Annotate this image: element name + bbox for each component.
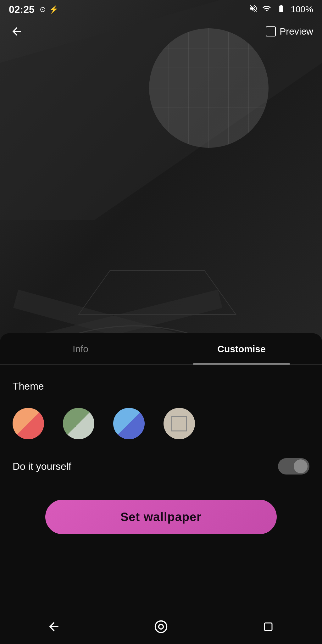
- preview-label: Preview: [280, 26, 313, 37]
- at-icon: ⊙: [40, 5, 46, 14]
- svg-point-17: [159, 625, 164, 629]
- diy-row: Do it yourself: [13, 458, 309, 475]
- mute-icon: [249, 4, 258, 15]
- customise-content: Theme Do it yourself Set wallpaper: [0, 365, 322, 550]
- nav-recents-button[interactable]: [259, 617, 278, 636]
- status-time: 02:25: [9, 4, 35, 15]
- bottom-panel: Info Customise Theme Do it yourself Set …: [0, 333, 322, 644]
- wallpaper-background: [0, 0, 322, 346]
- wifi-icon: [262, 4, 272, 15]
- flash-icon: ⚡: [49, 5, 58, 14]
- back-button[interactable]: [9, 24, 25, 39]
- theme-blue[interactable]: [113, 408, 145, 439]
- svg-rect-18: [264, 623, 272, 630]
- diy-toggle[interactable]: [278, 458, 309, 475]
- preview-button[interactable]: Preview: [266, 26, 313, 37]
- neutral-inner-square: [171, 416, 187, 431]
- set-wallpaper-button[interactable]: Set wallpaper: [45, 500, 277, 534]
- theme-neutral[interactable]: [164, 408, 195, 439]
- svg-point-16: [155, 621, 167, 633]
- tab-info[interactable]: Info: [0, 333, 161, 364]
- nav-back-button[interactable]: [44, 617, 63, 636]
- theme-section-title: Theme: [13, 380, 309, 392]
- theme-circles: [13, 408, 309, 439]
- tab-customise[interactable]: Customise: [161, 333, 322, 364]
- svg-marker-2: [79, 270, 236, 314]
- status-bar: 02:25 ⊙ ⚡ 100%: [0, 0, 322, 19]
- nav-bar: [0, 609, 322, 644]
- theme-green[interactable]: [63, 408, 94, 439]
- battery-percent: 100%: [291, 4, 313, 14]
- theme-coral[interactable]: [13, 408, 44, 439]
- status-left: 02:25 ⊙ ⚡: [9, 4, 58, 15]
- grid-circle-decoration: [149, 28, 269, 148]
- diy-label: Do it yourself: [13, 461, 71, 472]
- wallpaper-preview: [0, 0, 322, 346]
- status-right: 100%: [249, 4, 313, 15]
- toggle-knob: [294, 459, 308, 473]
- nav-home-button[interactable]: [152, 617, 170, 636]
- top-bar: Preview: [0, 19, 322, 44]
- battery-icon: [275, 4, 287, 15]
- tabs: Info Customise: [0, 333, 322, 365]
- status-icons: ⊙ ⚡: [40, 5, 58, 14]
- preview-checkbox[interactable]: [266, 26, 276, 36]
